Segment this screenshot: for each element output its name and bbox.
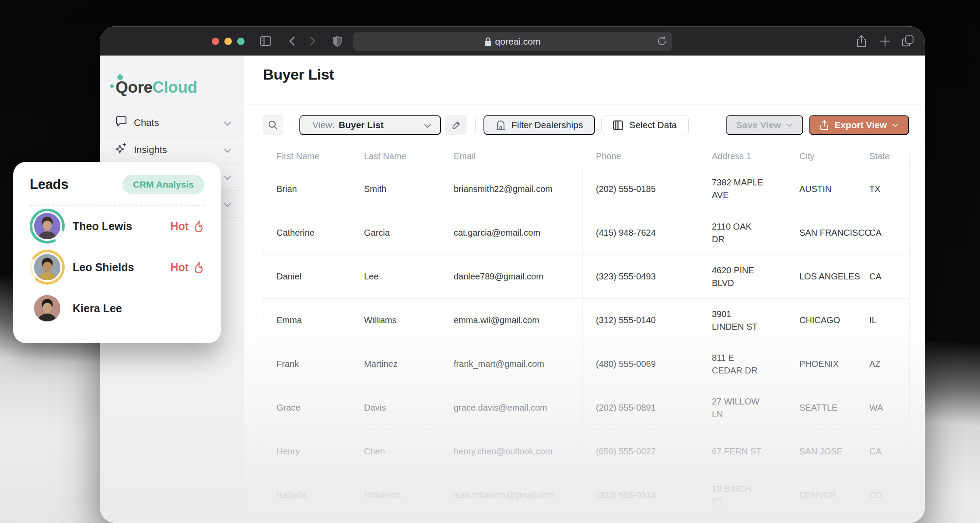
- lead-status-label: Hot: [170, 261, 189, 274]
- reload-icon[interactable]: [656, 35, 668, 49]
- traffic-light-minimize-button[interactable]: [224, 38, 232, 45]
- manage-integrations-link[interactable]: Manage Integrations: [116, 503, 216, 516]
- lead-progress-ring: [30, 291, 65, 326]
- lead-progress-ring: [30, 250, 65, 285]
- sidebar-item-label: Chats: [134, 117, 224, 129]
- back-button-icon[interactable]: [284, 33, 300, 49]
- column-header-address[interactable]: Address 1: [699, 151, 786, 161]
- search-button[interactable]: [263, 115, 283, 135]
- table-row[interactable]: Catherine Garcia cat.garcia@email.com (4…: [263, 211, 909, 255]
- table-row[interactable]: Daniel Lee danlee789@gmail.com (323) 555…: [263, 255, 909, 298]
- table-row[interactable]: Isabella Robinson isab.robinson@gmail.co…: [263, 473, 909, 517]
- toolbar: View: Buyer List: [263, 115, 909, 135]
- traffic-light-zoom-button[interactable]: [237, 38, 245, 45]
- sidebar-item-insights[interactable]: Insights: [100, 136, 244, 164]
- column-header-state[interactable]: State: [856, 151, 910, 161]
- select-data-button[interactable]: Select Data: [601, 115, 689, 135]
- table-row[interactable]: Emma Williams emma.wil@gmail.com (312) 5…: [263, 298, 909, 342]
- lead-item[interactable]: Theo Lewis Hot: [30, 206, 204, 247]
- cell-first-name: Frank: [263, 359, 351, 369]
- cell-email: frank_mart@gmail.com: [441, 342, 583, 386]
- column-header-last-name[interactable]: Last Name: [351, 151, 441, 161]
- cell-phone: (312) 555-0140: [583, 315, 699, 325]
- traffic-light-close-button[interactable]: [212, 38, 219, 45]
- cell-address: 2110 OAK DR: [699, 220, 786, 246]
- cell-city: DENVER: [786, 490, 856, 500]
- cell-city: SEATTLE: [786, 403, 856, 413]
- cell-first-name: Grace: [263, 403, 351, 413]
- cell-address: 67 FERN ST: [699, 445, 786, 458]
- column-header-city[interactable]: City: [786, 151, 856, 161]
- sidebar-toggle-icon[interactable]: [257, 33, 274, 49]
- columns-icon: [613, 120, 623, 130]
- cell-state: AZ: [856, 359, 910, 369]
- cell-address: 3901 LINDEN ST: [699, 308, 786, 333]
- tab-overview-icon[interactable]: [900, 33, 916, 49]
- cell-first-name: Emma: [263, 315, 351, 325]
- lead-status: Hot: [170, 261, 204, 274]
- table-row[interactable]: Henry Chen henry.chen@outlook.com (650) …: [263, 429, 909, 473]
- cell-email: danlee789@gmail.com: [441, 255, 583, 298]
- share-icon[interactable]: [853, 33, 870, 49]
- edit-view-button[interactable]: [445, 115, 467, 135]
- crm-analysis-badge[interactable]: CRM Analysis: [122, 175, 204, 194]
- cell-last-name: Smith: [351, 184, 441, 194]
- cell-state: TX: [856, 184, 910, 194]
- lead-name: Leo Shields: [73, 261, 170, 274]
- cell-email: emma.wil@gmail.com: [441, 299, 583, 342]
- house-icon: [496, 120, 506, 130]
- new-tab-icon[interactable]: [877, 33, 893, 49]
- filter-dealerships-button[interactable]: Filter Dealerships: [483, 115, 595, 135]
- cell-address: 27 WILLOW LN: [699, 395, 786, 421]
- leads-title: Leads: [30, 177, 68, 192]
- save-view-button[interactable]: Save View: [726, 115, 803, 135]
- browser-window: qoreai.com: [100, 26, 925, 523]
- table-body: Brian Smith briansmith22@gmail.com (202)…: [263, 167, 909, 517]
- table-row[interactable]: Grace Davis grace.davis@email.com (202) …: [263, 386, 909, 429]
- logo-dot-small: [110, 84, 114, 88]
- url-text: qoreai.com: [495, 36, 541, 47]
- cell-last-name: Martinez: [351, 359, 441, 369]
- lead-item[interactable]: Leo Shields Hot: [30, 247, 204, 288]
- pencil-icon: [452, 121, 461, 129]
- sidebar-item-chats[interactable]: Chats: [100, 109, 244, 136]
- logo-text-qore: Qore: [116, 78, 152, 96]
- privacy-shield-icon[interactable]: [329, 33, 346, 49]
- leads-list: Theo Lewis Hot: [30, 206, 204, 329]
- filter-dealerships-label: Filter Dealerships: [511, 120, 583, 130]
- lead-item[interactable]: Kiera Lee: [30, 288, 204, 329]
- main-content: Buyer List View: Buyer List: [244, 56, 925, 523]
- forward-button-icon[interactable]: [304, 33, 321, 49]
- cell-state: CA: [856, 228, 910, 238]
- manage-integrations-label: Manage Integrations: [132, 505, 216, 515]
- cell-phone: (323) 555-0493: [583, 272, 699, 282]
- sidebar-item-label: Insights: [134, 144, 224, 156]
- lead-progress-ring: [30, 209, 65, 244]
- table-row[interactable]: Frank Martinez frank_mart@gmail.com (480…: [263, 342, 909, 386]
- cell-phone: (202) 555-0891: [583, 403, 699, 413]
- header-divider: [244, 105, 925, 105]
- chevron-down-icon: [224, 144, 231, 156]
- export-view-button[interactable]: Export View: [809, 115, 909, 135]
- flame-icon: [193, 261, 204, 273]
- cell-email: cat.garcia@email.com: [441, 211, 583, 255]
- column-header-email[interactable]: Email: [441, 151, 583, 161]
- lock-icon: [485, 37, 491, 46]
- address-bar[interactable]: qoreai.com: [353, 32, 672, 51]
- cell-city: SAN FRANCISCO: [786, 228, 856, 238]
- view-label: View:: [312, 120, 335, 130]
- view-selector-dropdown[interactable]: View: Buyer List: [299, 115, 441, 135]
- cell-email: isab.robinson@gmail.com: [441, 474, 583, 517]
- gear-icon: [116, 503, 126, 516]
- cell-email: grace.davis@email.com: [441, 386, 583, 429]
- column-header-first-name[interactable]: First Name: [263, 151, 351, 161]
- cell-first-name: Henry: [263, 446, 351, 457]
- table-row[interactable]: Brian Smith briansmith22@gmail.com (202)…: [263, 167, 909, 211]
- cell-last-name: Davis: [351, 403, 441, 413]
- search-icon: [268, 120, 278, 130]
- column-header-phone[interactable]: Phone: [583, 151, 699, 161]
- logo-text-cloud: Cloud: [152, 78, 197, 96]
- cell-phone: (303) 555-0314: [583, 490, 699, 500]
- select-data-label: Select Data: [629, 120, 677, 130]
- avatar: [32, 252, 62, 282]
